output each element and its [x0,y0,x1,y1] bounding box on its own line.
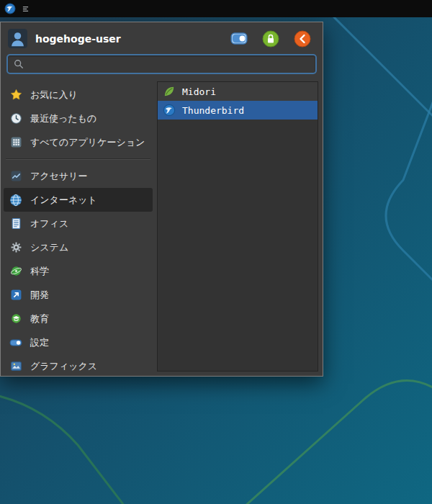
app-item-thunderbird[interactable]: Thunderbird [158,101,318,120]
accessories-icon [9,169,23,184]
clock-icon [9,112,23,126]
gear-icon [9,240,23,255]
sidebar-item-label: 設定 [30,336,49,349]
sidebar-item-label: 教育 [30,312,49,325]
app-item-label: Thunderbird [182,105,244,116]
globe-icon [9,193,23,207]
toggle-icon [9,336,23,350]
sidebar-item-label: インターネット [30,194,97,207]
app-item-midori[interactable]: Midori [158,82,318,101]
sidebar-item-label: 最近使ったもの [30,112,96,125]
document-icon [9,217,23,231]
thunderbird-icon [162,103,176,117]
midori-leaf-icon [162,84,176,99]
grid-icon [9,135,23,150]
menu-header: hogehoge-user [1,22,323,52]
dev-arrow-icon [9,288,23,302]
top-panel [0,0,432,17]
desktop: hogehoge-user [0,0,432,504]
education-icon [9,312,23,326]
sidebar-item-label: すべてのアプリケーション [30,136,145,149]
sidebar-item-label: システム [30,241,68,254]
sidebar-item-all-applications[interactable]: すべてのアプリケーション [4,130,153,154]
sidebar-item-graphics[interactable]: グラフィックス [4,354,153,372]
sidebar-item-label: 科学 [30,265,49,278]
picture-icon [9,359,23,372]
lock-screen-button[interactable] [262,30,279,48]
sidebar-item-system[interactable]: システム [4,235,153,259]
logout-button[interactable] [294,30,311,48]
category-sidebar: お気に入り 最近使ったもの すべてのアプリケーション [4,81,153,372]
user-avatar[interactable] [8,29,27,48]
application-list: Midori Thunderbird [157,81,318,372]
sidebar-item-label: 開発 [30,289,49,302]
app-item-label: Midori [182,86,216,97]
sidebar-item-favorites[interactable]: お気に入り [4,83,153,107]
star-icon [9,88,23,102]
sidebar-separator [6,158,150,160]
sidebar-item-internet[interactable]: インターネット [4,188,153,212]
thunderbird-taskbar-icon[interactable] [4,3,16,14]
sidebar-item-label: オフィス [30,217,68,230]
sidebar-item-accessories[interactable]: アクセサリー [4,164,153,188]
sidebar-item-label: アクセサリー [30,170,88,183]
sidebar-item-science[interactable]: 科学 [4,259,153,283]
menu-body: お気に入り 最近使ったもの すべてのアプリケーション [1,80,323,376]
sidebar-item-label: グラフィックス [30,360,97,372]
sidebar-item-label: お気に入り [30,89,78,102]
sidebar-item-office[interactable]: オフィス [4,212,153,235]
sidebar-item-education[interactable]: 教育 [4,307,153,330]
username-label: hogehoge-user [35,33,222,45]
menu-list-icon[interactable] [22,6,29,12]
search-input[interactable] [29,56,315,72]
header-buttons [230,30,311,48]
sidebar-item-development[interactable]: 開発 [4,283,153,307]
sidebar-item-recent[interactable]: 最近使ったもの [4,107,153,130]
settings-toggle-button[interactable] [230,30,248,48]
science-icon [9,264,23,279]
search-icon [14,59,24,69]
sidebar-item-settings[interactable]: 設定 [4,330,153,354]
application-menu: hogehoge-user [0,22,323,377]
search-bar[interactable] [6,54,317,74]
